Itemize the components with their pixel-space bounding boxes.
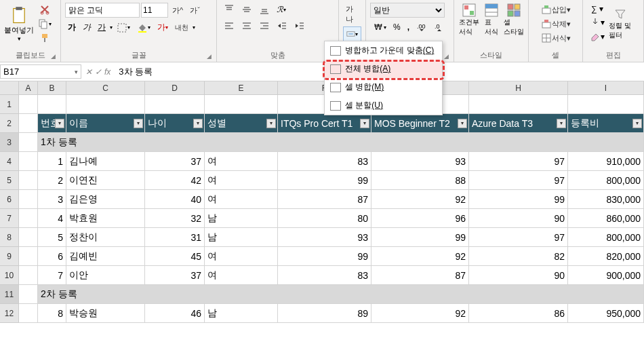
header-cell[interactable]: 나이▾	[145, 114, 205, 133]
cell[interactable]: 이안	[66, 266, 145, 285]
row-header-3[interactable]: 3	[0, 133, 19, 152]
cell[interactable]: 5	[38, 228, 66, 247]
cell[interactable]	[19, 95, 38, 114]
cell[interactable]: 45	[145, 247, 205, 266]
cell[interactable]: 4	[38, 209, 66, 228]
format-painter-button[interactable]	[35, 31, 54, 45]
filter-dropdown-icon[interactable]: ▾	[193, 119, 203, 128]
cell[interactable]	[19, 228, 38, 247]
cell[interactable]	[469, 95, 568, 114]
filter-dropdown-icon[interactable]: ▾	[360, 119, 369, 128]
cell[interactable]: 37	[145, 266, 205, 285]
font-color-button[interactable]: 가▾	[155, 20, 171, 35]
cell[interactable]: 910,000	[568, 152, 644, 171]
name-box[interactable]: B17 ▾	[0, 64, 81, 79]
cell[interactable]: 90	[469, 209, 568, 228]
cell[interactable]: 3	[38, 190, 66, 209]
cell[interactable]	[205, 95, 278, 114]
header-cell[interactable]: MOS Beginner T2▾	[371, 114, 469, 133]
col-header-H[interactable]: H	[469, 81, 568, 95]
number-format-select[interactable]: 일반	[370, 3, 445, 18]
cell[interactable]: 99	[278, 247, 371, 266]
cell[interactable]	[19, 171, 38, 190]
autosum-button[interactable]: ∑ ▾	[587, 3, 607, 15]
font-dialog-launcher[interactable]: ◢	[207, 53, 214, 60]
unmerge-cells-item[interactable]: 셀 분할(U)	[325, 96, 442, 115]
cell[interactable]: 83	[278, 152, 371, 171]
cell-styles-button[interactable]: 셀 스타일	[503, 3, 524, 37]
sort-filter-button[interactable]: 정렬 및 필터	[609, 6, 631, 40]
cell[interactable]: 82	[469, 247, 568, 266]
row-header-6[interactable]: 6	[0, 190, 19, 209]
cell[interactable]: 김은영	[66, 190, 145, 209]
format-cells-button[interactable]: 서식 ▾	[533, 31, 578, 45]
cell[interactable]	[19, 114, 38, 133]
percent-button[interactable]: %	[390, 21, 403, 33]
row-header-7[interactable]: 7	[0, 209, 19, 228]
insert-cells-button[interactable]: 삽입 ▾	[533, 3, 578, 16]
cell[interactable]	[19, 247, 38, 266]
header-cell[interactable]: 이름▾	[66, 114, 145, 133]
cell[interactable]	[19, 285, 38, 304]
col-header-A[interactable]: A	[19, 81, 38, 95]
cell[interactable]	[19, 304, 38, 323]
cell[interactable]: 여	[205, 266, 278, 285]
cell[interactable]: 900,000	[568, 266, 644, 285]
cell[interactable]: 32	[145, 209, 205, 228]
increase-font-button[interactable]: 가^	[169, 4, 186, 17]
cell[interactable]: 박승원	[66, 304, 145, 323]
decrease-indent-button[interactable]	[274, 19, 290, 33]
cell[interactable]: 90	[469, 266, 568, 285]
cell[interactable]	[66, 95, 145, 114]
format-table-button[interactable]: 표 서식	[481, 3, 502, 37]
cell[interactable]	[145, 95, 205, 114]
filter-dropdown-icon[interactable]: ▾	[134, 119, 143, 128]
name-box-dropdown-icon[interactable]: ▾	[75, 69, 78, 75]
cell[interactable]: 97	[469, 228, 568, 247]
cell[interactable]: 2	[38, 171, 66, 190]
header-cell[interactable]: 번호▾	[38, 114, 66, 133]
row-header-4[interactable]: 4	[0, 152, 19, 171]
clipboard-dialog-launcher[interactable]: ◢	[51, 53, 58, 60]
cell[interactable]: 86	[469, 304, 568, 323]
paste-button[interactable]: 붙여넣기 ▾	[4, 6, 34, 42]
row-header-11[interactable]: 11	[0, 285, 19, 304]
font-name-select[interactable]	[65, 3, 140, 18]
underline-button[interactable]: 가	[95, 20, 108, 35]
cell[interactable]: 37	[145, 152, 205, 171]
cell[interactable]: 6	[38, 247, 66, 266]
cell[interactable]: 92	[371, 190, 469, 209]
copy-button[interactable]: ▾	[35, 17, 54, 31]
row-header-9[interactable]: 9	[0, 247, 19, 266]
filter-dropdown-icon[interactable]: ▾	[55, 119, 64, 128]
cell[interactable]	[19, 152, 38, 171]
clear-button[interactable]: ▾	[587, 30, 607, 43]
cell[interactable]: 31	[145, 228, 205, 247]
merge-across-item[interactable]: 전체 병합(A)	[325, 60, 442, 78]
cell[interactable]: 남	[205, 209, 278, 228]
header-cell[interactable]: ITQs Pro Cert T1▾	[278, 114, 371, 133]
cell[interactable]: 97	[469, 171, 568, 190]
cell[interactable]: 46	[145, 304, 205, 323]
cell[interactable]: 40	[145, 190, 205, 209]
cell[interactable]: 남	[205, 228, 278, 247]
cell[interactable]: 박효원	[66, 209, 145, 228]
comma-button[interactable]: ,	[405, 21, 412, 33]
bold-button[interactable]: 가	[65, 20, 79, 35]
cell[interactable]: 80	[278, 209, 371, 228]
delete-cells-button[interactable]: 삭제 ▾	[533, 17, 578, 31]
row-header-12[interactable]: 12	[0, 304, 19, 323]
align-center-button[interactable]	[239, 19, 255, 33]
select-all-corner[interactable]	[0, 81, 19, 95]
cell[interactable]: 여	[205, 190, 278, 209]
cell[interactable]	[19, 133, 38, 152]
enter-formula-button[interactable]: ✓	[95, 67, 102, 77]
cell[interactable]: 99	[278, 171, 371, 190]
subheader-cell[interactable]: 1차 등록	[38, 133, 644, 152]
row-header-1[interactable]: 1	[0, 95, 19, 114]
cell[interactable]: 93	[371, 152, 469, 171]
cell[interactable]: 8	[38, 304, 66, 323]
row-header-2[interactable]: 2	[0, 114, 19, 133]
cell[interactable]: 88	[371, 171, 469, 190]
wrap-text-button[interactable]: 가나	[343, 3, 361, 26]
